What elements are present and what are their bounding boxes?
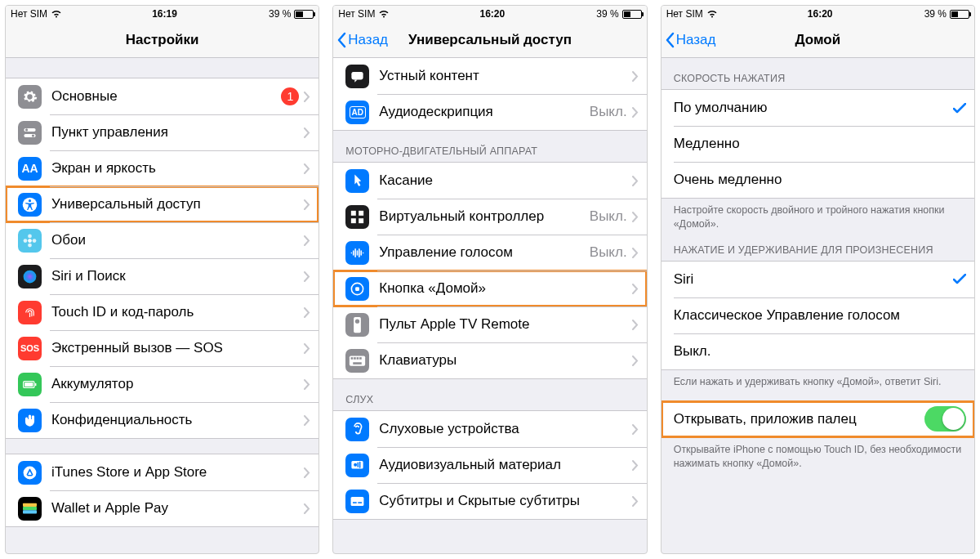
svg-rect-36 xyxy=(351,496,364,505)
section-header-hold: НАЖАТИЕ И УДЕРЖИВАНИЕ ДЛЯ ПРОИЗНЕСЕНИЯ xyxy=(662,235,974,261)
row-label: Устный контент xyxy=(379,68,631,84)
section-footer-rest: Открывайте iPhone с помощью Touch ID, бе… xyxy=(662,438,974,474)
row-value: Выкл. xyxy=(590,104,627,120)
option-row[interactable]: Классическое Управление голосом xyxy=(662,297,974,333)
page-title: Настройки xyxy=(6,32,318,48)
option-row[interactable]: По умолчанию xyxy=(662,90,974,126)
row-switch-control[interactable]: Виртуальный контроллерВыкл. xyxy=(333,199,646,235)
svg-rect-21 xyxy=(359,210,364,215)
clock: 16:20 xyxy=(808,8,833,20)
row-label: Основные xyxy=(51,88,281,105)
wallet-icon xyxy=(18,497,42,521)
row-label: Touch ID и код-пароль xyxy=(51,304,304,320)
row-label: Экстренный вызов — SOS xyxy=(51,340,304,356)
status-bar: Нет SIM 16:19 39 % xyxy=(6,6,318,22)
row-sos[interactable]: SOSЭкстренный вызов — SOS xyxy=(6,330,318,366)
wifi-icon xyxy=(51,10,60,18)
svg-rect-23 xyxy=(359,218,364,223)
notification-badge: 1 xyxy=(281,87,299,105)
rest-finger-label: Открывать, приложив палец xyxy=(674,411,924,427)
svg-rect-25 xyxy=(355,287,359,291)
option-row[interactable]: Очень медленно xyxy=(662,162,974,198)
back-button[interactable]: Назад xyxy=(662,32,716,48)
row-spoken-content[interactable]: Устный контент xyxy=(333,58,646,94)
option-row[interactable]: Медленно xyxy=(662,126,974,162)
group-click-speed: По умолчаниюМедленноОчень медленно xyxy=(662,89,974,199)
carrier-label: Нет SIM xyxy=(338,8,375,20)
hand-icon xyxy=(18,409,42,432)
row-accessibility[interactable]: Универсальный доступ xyxy=(6,186,318,222)
svg-point-3 xyxy=(32,134,34,136)
svg-rect-14 xyxy=(35,382,37,385)
row-general[interactable]: Основные1 xyxy=(6,78,318,114)
back-label: Назад xyxy=(348,32,388,48)
group-vision-cont: Устный контентADАудиодескрипцияВыкл. xyxy=(333,58,646,131)
ear-icon xyxy=(345,418,369,441)
svg-point-6 xyxy=(28,239,32,243)
rest-finger-toggle[interactable] xyxy=(924,406,966,432)
row-label: Пункт управления xyxy=(51,124,304,141)
group-press-hold: SiriКлассическое Управление голосомВыкл. xyxy=(662,261,974,370)
group-rest-finger: Открывать, приложив палец xyxy=(662,400,974,438)
row-display[interactable]: AAЭкран и яркость xyxy=(6,150,318,186)
svg-rect-17 xyxy=(23,506,37,509)
row-voice-control[interactable]: Управление голосомВыкл. xyxy=(333,235,646,271)
option-row[interactable]: Siri xyxy=(662,262,974,297)
row-subtitles[interactable]: Субтитры и Скрытые субтитры xyxy=(333,483,646,519)
row-privacy[interactable]: Конфиденциальность xyxy=(6,402,318,438)
carrier-label: Нет SIM xyxy=(11,8,47,20)
row-label: Клавиатуры xyxy=(379,352,631,369)
home-icon xyxy=(345,277,369,301)
row-battery[interactable]: Аккумулятор xyxy=(6,366,318,402)
row-control-center[interactable]: Пункт управления xyxy=(6,114,318,150)
battery-icon xyxy=(950,10,969,19)
back-label: Назад xyxy=(676,32,716,48)
svg-rect-18 xyxy=(23,510,37,513)
pointer-icon xyxy=(345,169,369,193)
svg-point-7 xyxy=(28,234,32,238)
section-footer-speed: Настройте скорость двойного и тройного н… xyxy=(662,199,974,235)
avmat-icon xyxy=(345,454,369,477)
row-audiovisual[interactable]: Аудиовизуальный материал xyxy=(333,447,646,483)
row-itunes[interactable]: iTunes Store и App Store xyxy=(6,454,318,490)
row-hearing-devices[interactable]: Слуховые устройства xyxy=(333,411,646,447)
row-label: Аккумулятор xyxy=(51,376,304,392)
row-label: Siri и Поиск xyxy=(51,268,304,284)
row-siri[interactable]: Siri и Поиск xyxy=(6,258,318,294)
row-label: Экран и яркость xyxy=(51,160,304,177)
battery-icon xyxy=(18,373,42,396)
row-wallet[interactable]: Wallet и Apple Pay xyxy=(6,490,318,526)
option-label: Выкл. xyxy=(674,343,966,360)
row-touchid[interactable]: Touch ID и код-пароль xyxy=(6,294,318,330)
row-label: Виртуальный контроллер xyxy=(379,208,589,225)
speech-icon xyxy=(345,65,369,88)
row-label: Управление голосом xyxy=(379,244,589,261)
row-keyboards[interactable]: Клавиатуры xyxy=(333,342,646,378)
row-touch[interactable]: Касание xyxy=(333,163,646,199)
option-row[interactable]: Выкл. xyxy=(662,333,974,369)
row-label: Конфиденциальность xyxy=(51,412,304,428)
row-rest-finger[interactable]: Открывать, приложив палец xyxy=(662,401,974,437)
back-button[interactable]: Назад xyxy=(333,32,388,48)
svg-rect-19 xyxy=(352,71,363,79)
svg-rect-37 xyxy=(353,502,357,503)
carrier-label: Нет SIM xyxy=(666,8,703,20)
svg-rect-33 xyxy=(354,362,363,364)
voicewave-icon xyxy=(345,241,369,265)
battery-pct: 39 % xyxy=(269,8,291,20)
section-footer-hold: Если нажать и удерживать кнопку «Домой»,… xyxy=(662,370,974,392)
row-label: Универсальный доступ xyxy=(51,196,304,212)
screen-home-button: Нет SIM 16:20 39 % Назад Домой СКОРОСТЬ … xyxy=(661,5,975,554)
svg-point-9 xyxy=(24,239,28,243)
row-audio-description[interactable]: ADАудиодескрипцияВыкл. xyxy=(333,94,646,130)
svg-point-11 xyxy=(24,270,37,283)
row-apple-tv-remote[interactable]: Пульт Apple TV Remote xyxy=(333,306,646,342)
gear-icon xyxy=(18,85,42,109)
row-home-button[interactable]: Кнопка «Домой» xyxy=(333,271,646,306)
status-bar: Нет SIM 16:20 39 % xyxy=(333,6,646,22)
sos-icon: SOS xyxy=(18,337,42,360)
row-wallpaper[interactable]: Обои xyxy=(6,222,318,258)
flower-icon xyxy=(18,229,42,253)
screen-settings: Нет SIM 16:19 39 % Настройки Основные1Пу… xyxy=(5,5,319,554)
row-value: Выкл. xyxy=(590,244,627,261)
